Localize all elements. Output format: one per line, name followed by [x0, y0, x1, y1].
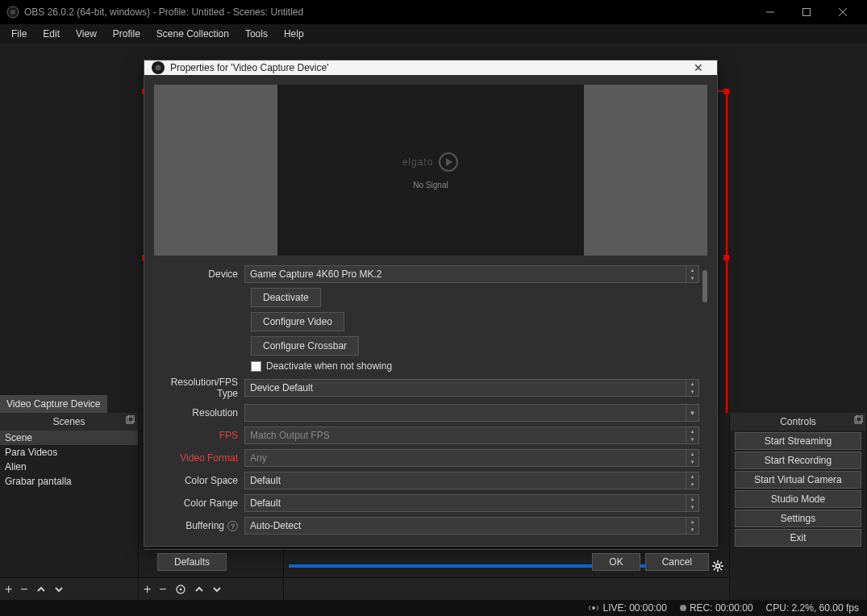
popout-icon[interactable] — [125, 415, 135, 425]
menu-file[interactable]: File — [3, 25, 35, 43]
remove-source-icon[interactable]: − — [159, 582, 166, 597]
video-format-value: Any — [250, 452, 267, 464]
controls-body: Start Streaming Start Recording Start Vi… — [730, 431, 866, 600]
move-down-icon[interactable] — [54, 585, 64, 594]
exit-button[interactable]: Exit — [735, 529, 861, 547]
window-titlebar: OBS 26.0.2 (64-bit, windows) - Profile: … — [0, 0, 867, 24]
add-scene-icon[interactable]: + — [5, 582, 12, 597]
device-label: Device — [154, 268, 244, 280]
controls-dock: Controls Start Streaming Start Recording… — [730, 413, 867, 600]
scenes-header: Scenes — [0, 413, 138, 431]
settings-button[interactable]: Settings — [735, 510, 861, 527]
buffering-select[interactable]: Auto-Detect▲▼ — [244, 517, 699, 535]
minimize-button[interactable] — [752, 0, 788, 24]
fps-value: Match Output FPS — [250, 430, 330, 441]
color-range-select[interactable]: Default▲▼ — [244, 494, 699, 512]
source-properties-icon[interactable] — [175, 584, 186, 595]
controls-title: Controls — [780, 416, 816, 427]
scrollbar-thumb[interactable] — [702, 270, 707, 302]
add-source-icon[interactable]: + — [144, 582, 151, 597]
svg-point-1 — [10, 10, 15, 15]
menu-profile[interactable]: Profile — [105, 25, 148, 43]
color-range-label: Color Range — [154, 497, 244, 509]
window-title: OBS 26.0.2 (64-bit, windows) - Profile: … — [24, 6, 752, 18]
resfps-value: Device Default — [250, 382, 313, 393]
color-range-value: Default — [250, 497, 281, 509]
popout-icon[interactable] — [853, 415, 863, 425]
dialog-titlebar[interactable]: Properties for 'Video Capture Device' ✕ — [144, 60, 717, 75]
cancel-button[interactable]: Cancel — [645, 553, 709, 571]
form-scroll-area: Device Game Capture 4K60 Pro MK.2▲▼ Deac… — [154, 265, 707, 539]
menu-edit[interactable]: Edit — [35, 25, 68, 43]
scenes-list[interactable]: Scene Para Videos Alien Grabar pantalla — [0, 431, 138, 577]
svg-point-9 — [179, 588, 181, 590]
svg-rect-12 — [857, 415, 863, 422]
move-up-icon[interactable] — [36, 585, 46, 594]
controls-header: Controls — [730, 413, 866, 431]
color-space-select[interactable]: Default▲▼ — [244, 472, 699, 489]
scenes-title: Scenes — [52, 416, 85, 427]
buffering-value: Auto-Detect — [250, 520, 301, 531]
dialog-close-icon[interactable]: ✕ — [686, 61, 711, 74]
scene-item[interactable]: Para Videos — [0, 445, 138, 460]
sources-toolbar: + − — [139, 577, 283, 600]
audio-toolbar — [284, 577, 729, 600]
close-button[interactable] — [824, 0, 861, 24]
help-icon[interactable]: ? — [227, 521, 238, 531]
rec-text: REC: 00:00:00 — [690, 602, 753, 614]
properties-dialog: Properties for 'Video Capture Device' ✕ … — [144, 60, 718, 547]
start-streaming-button[interactable]: Start Streaming — [735, 432, 861, 450]
video-format-select[interactable]: Any▲▼ — [244, 449, 699, 467]
buffering-label: Buffering? — [154, 520, 244, 532]
studio-mode-button[interactable]: Studio Mode — [735, 490, 861, 508]
no-signal-text: No Signal — [413, 181, 448, 189]
dialog-footer: Defaults OK Cancel — [144, 549, 717, 574]
device-preview: elgato No Signal — [154, 85, 707, 256]
menu-view[interactable]: View — [68, 25, 105, 43]
resolution-label: Resolution — [154, 407, 244, 418]
defaults-button[interactable]: Defaults — [157, 553, 227, 571]
scene-item[interactable]: Grabar pantalla — [0, 474, 138, 489]
menu-tools[interactable]: Tools — [237, 25, 276, 43]
menu-help[interactable]: Help — [276, 25, 312, 43]
rec-indicator: REC: 00:00:00 — [680, 602, 753, 614]
svg-rect-3 — [802, 9, 810, 16]
start-recording-button[interactable]: Start Recording — [735, 452, 861, 469]
menu-bar: File Edit View Profile Scene Collection … — [0, 24, 867, 44]
rec-dot-icon — [680, 605, 686, 611]
scene-item[interactable]: Alien — [0, 460, 138, 474]
status-bar: LIVE: 00:00:00 REC: 00:00:00 CPU: 2.2%, … — [0, 600, 867, 616]
dialog-title-text: Properties for 'Video Capture Device' — [170, 62, 686, 73]
brand-logo: elgato — [402, 152, 460, 173]
live-indicator: LIVE: 00:00:00 — [588, 602, 666, 614]
configure-video-button[interactable]: Configure Video — [251, 312, 344, 331]
resolution-select[interactable]: ▲▼ — [244, 404, 699, 422]
svg-rect-11 — [855, 417, 861, 423]
svg-rect-7 — [128, 415, 135, 422]
move-up-icon[interactable] — [194, 585, 204, 594]
menu-scene-collection[interactable]: Scene Collection — [148, 25, 237, 43]
cpu-text: CPU: 2.2%, 60.00 fps — [766, 602, 859, 614]
ok-button[interactable]: OK — [592, 553, 640, 571]
color-space-value: Default — [250, 475, 281, 486]
scenes-dock: Scenes Scene Para Videos Alien Grabar pa… — [0, 413, 139, 600]
resfps-select[interactable]: Device Default▲▼ — [244, 379, 699, 397]
configure-crossbar-button[interactable]: Configure Crossbar — [251, 336, 359, 356]
resize-handle[interactable] — [723, 255, 729, 260]
maximize-button[interactable] — [788, 0, 824, 24]
obs-icon — [6, 6, 19, 19]
deactivate-button[interactable]: Deactivate — [251, 288, 321, 307]
scene-item[interactable]: Scene — [0, 431, 138, 445]
fps-select[interactable]: Match Output FPS▲▼ — [244, 427, 699, 444]
resize-handle[interactable] — [723, 89, 729, 94]
device-select[interactable]: Game Capture 4K60 Pro MK.2▲▼ — [244, 265, 699, 283]
deactivate-when-not-showing-checkbox[interactable] — [251, 361, 261, 372]
video-format-label: Video Format — [154, 452, 244, 464]
live-text: LIVE: 00:00:00 — [602, 602, 666, 614]
fps-label: FPS — [154, 430, 244, 441]
move-down-icon[interactable] — [212, 585, 222, 594]
start-virtual-camera-button[interactable]: Start Virtual Camera — [735, 471, 861, 489]
color-space-label: Color Space — [154, 475, 244, 486]
remove-scene-icon[interactable]: − — [20, 582, 27, 597]
device-value: Game Capture 4K60 Pro MK.2 — [250, 268, 381, 280]
